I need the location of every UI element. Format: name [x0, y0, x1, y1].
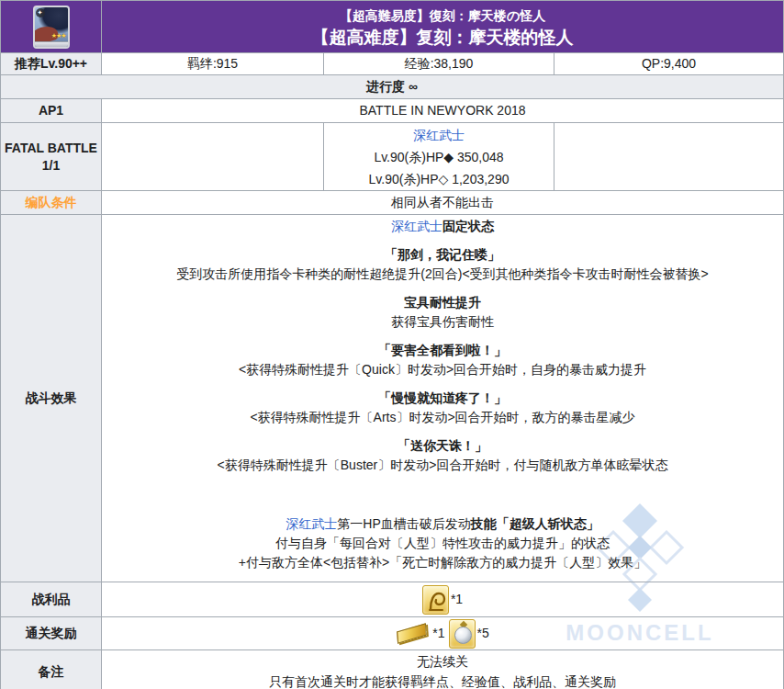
- exp-value: 经验:38,190: [324, 53, 554, 75]
- effect-desc: <获得特殊耐性提升〔Arts〕时发动>回合开始时，敌方的暴击星减少: [250, 410, 634, 424]
- quest-table: ✦ ★★★ 【超高難易度】復刻：摩天楼の怪人 【超高难度】复刻：摩天楼的怪人 推…: [0, 0, 784, 689]
- effect-desc: <获得特殊耐性提升〔Quick〕时发动>回合开始时，自身的暴击威力提升: [239, 362, 646, 377]
- enemy-slot-empty-left: [102, 123, 324, 191]
- effect-group: 「那剑，我记住喽」受到攻击所使用指令卡种类的耐性超绝提升(2回合)<受到其他种类…: [106, 245, 779, 284]
- rewards-cell: *1 *5: [102, 617, 784, 650]
- effect-title: 「那剑，我记住喽」: [385, 247, 500, 262]
- rewards-label: 通关奖励: [1, 617, 102, 650]
- servant-thumbnail-cell: ✦ ★★★: [1, 1, 102, 53]
- lore-crystal-icon[interactable]: [422, 585, 449, 615]
- effect-title: 「慢慢就知道疼了！」: [378, 390, 507, 405]
- team-condition-value: 相同从者不能出击: [102, 191, 784, 215]
- enemy-name-link[interactable]: 深红武士: [413, 128, 465, 142]
- quest-title-cell: 【超高難易度】復刻：摩天楼の怪人 【超高难度】复刻：摩天楼的怪人: [102, 1, 784, 53]
- class-icon: ✦: [36, 8, 45, 17]
- note-line2: 只有首次通关时才能获得羁绊点、经验值、战利品、通关奖励: [106, 672, 779, 689]
- effect-intro: 深红武士固定状态: [106, 217, 779, 236]
- silver-orb-icon[interactable]: [449, 619, 476, 649]
- item-count: *5: [477, 624, 489, 642]
- drops-cell: *1: [102, 582, 784, 617]
- notes-label: 备注: [1, 650, 102, 689]
- drops-row: 战利品 *1: [1, 582, 784, 617]
- enemy-hp-bar2: Lv.90(杀)HP◇ 1,203,290: [328, 168, 550, 190]
- team-condition-row: 编队条件 相同从者不能出击: [1, 191, 784, 215]
- battle-effects-cell: 深红武士固定状态 「那剑，我记住喽」受到攻击所使用指令卡种类的耐性超绝提升(2回…: [102, 215, 784, 582]
- ap-label: AP1: [1, 99, 102, 123]
- quest-info-page: MOONCELL ✦ ★★★ 【超高難易度】復刻：摩天楼の怪人 【超高难度】复刻…: [0, 0, 784, 689]
- bond-value: 羁绊:915: [102, 53, 324, 75]
- effect-group: 「送你天诛！」<获得特殊耐性提升〔Buster〕时发动>回合开始时，付与随机敌方…: [106, 436, 779, 475]
- qp-value: QP:9,400: [554, 53, 784, 75]
- notes-row: 备注 无法续关 只有首次通关时才能获得羁绊点、经验值、战利品、通关奖励: [1, 650, 784, 689]
- battle-effects-label: 战斗效果: [1, 215, 102, 582]
- effect-desc: 受到攻击所使用指令卡种类的耐性超绝提升(2回合)<受到其他种类指令卡攻击时耐性会…: [176, 266, 708, 281]
- note-line1: 无法续关: [106, 651, 779, 672]
- battle-label-cell: FATAL BATTLE 1/1: [1, 123, 102, 191]
- enemy-name-link[interactable]: 深红武士: [286, 516, 337, 531]
- battle-row: FATAL BATTLE 1/1 深红武士 Lv.90(杀)HP◆ 350,04…: [1, 123, 784, 191]
- effect-title: 宝具耐性提升: [404, 295, 481, 310]
- break-skill-paragraph: 深红武士第一HP血槽击破后发动技能「超级人斩状态」付与自身「每回合对〔人型〕特性…: [106, 514, 779, 572]
- progress-label: 进行度 ∞: [1, 75, 784, 99]
- break-skill-mid: 第一HP血槽击破后发动: [337, 516, 470, 531]
- effect-intro-bold: 固定状态: [442, 219, 494, 233]
- recommend-level-label: 推荐Lv.90++: [1, 53, 102, 75]
- progress-row: 进行度 ∞: [1, 75, 784, 99]
- event-name: BATTLE IN NEWYORK 2018: [102, 99, 784, 123]
- break-skill-line3: +付与敌方全体<包括替补>「死亡时解除敌方的威力提升〔人型〕效果」: [239, 555, 647, 570]
- ap-row: AP1 BATTLE IN NEWYORK 2018: [1, 99, 784, 123]
- item-count: *1: [432, 624, 444, 642]
- enemy-hp-bar1: Lv.90(杀)HP◆ 350,048: [328, 146, 550, 168]
- battle-label-line1: FATAL BATTLE: [5, 140, 97, 157]
- enemy-slot-empty-right: [554, 123, 784, 191]
- battle-effects-row: 战斗效果 深红武士固定状态 「那剑，我记住喽」受到攻击所使用指令卡种类的耐性超绝…: [1, 215, 784, 582]
- item-count: *1: [451, 590, 463, 608]
- notes-cell: 无法续关 只有首次通关时才能获得羁绊点、经验值、战利品、通关奖励: [102, 650, 784, 689]
- effect-title: 「要害全都看到啦！」: [378, 343, 507, 357]
- break-skill-line2: 付与自身「每回合对〔人型〕特性攻击的威力提升」的状态: [275, 536, 610, 550]
- effect-group: 宝具耐性提升获得宝具伤害耐性: [106, 293, 779, 332]
- spacer: [106, 484, 779, 505]
- effect-title: 「送你天诛！」: [398, 438, 487, 453]
- team-condition-label: 编队条件: [1, 191, 102, 215]
- break-skill-name: 技能「超级人斩状态」: [471, 516, 599, 531]
- battle-label-line2: 1/1: [5, 157, 97, 175]
- effect-desc: <获得特殊耐性提升〔Buster〕时发动>回合开始时，付与随机敌方单体眩晕状态: [218, 457, 668, 472]
- rarity-stars: ★★★: [51, 31, 66, 40]
- quest-title-jp: 【超高難易度】復刻：摩天楼の怪人: [106, 7, 779, 24]
- enemy-cell: 深红武士 Lv.90(杀)HP◆ 350,048 Lv.90(杀)HP◇ 1,2…: [324, 123, 554, 191]
- stats-row: 推荐Lv.90++ 羁绊:915 经验:38,190 QP:9,400: [1, 53, 784, 75]
- quest-title-cn: 【超高难度】复刻：摩天楼的怪人: [106, 27, 779, 49]
- servant-thumbnail[interactable]: ✦ ★★★: [33, 6, 70, 49]
- effect-group: 「要害全都看到啦！」<获得特殊耐性提升〔Quick〕时发动>回合开始时，自身的暴…: [106, 341, 779, 379]
- rewards-row: 通关奖励 *1 *5: [1, 617, 784, 650]
- orb: [454, 627, 472, 644]
- quest-header-row: ✦ ★★★ 【超高難易度】復刻：摩天楼の怪人 【超高难度】复刻：摩天楼的怪人: [1, 1, 784, 53]
- effect-desc: 获得宝具伤害耐性: [391, 314, 494, 329]
- card-name-strip: [35, 41, 68, 47]
- enemy-name-link[interactable]: 深红武士: [391, 219, 442, 233]
- gold-ingot-icon[interactable]: [396, 624, 431, 644]
- effect-group: 「慢慢就知道疼了！」<获得特殊耐性提升〔Arts〕时发动>回合开始时，敌方的暴击…: [106, 389, 779, 427]
- drops-label: 战利品: [1, 582, 102, 617]
